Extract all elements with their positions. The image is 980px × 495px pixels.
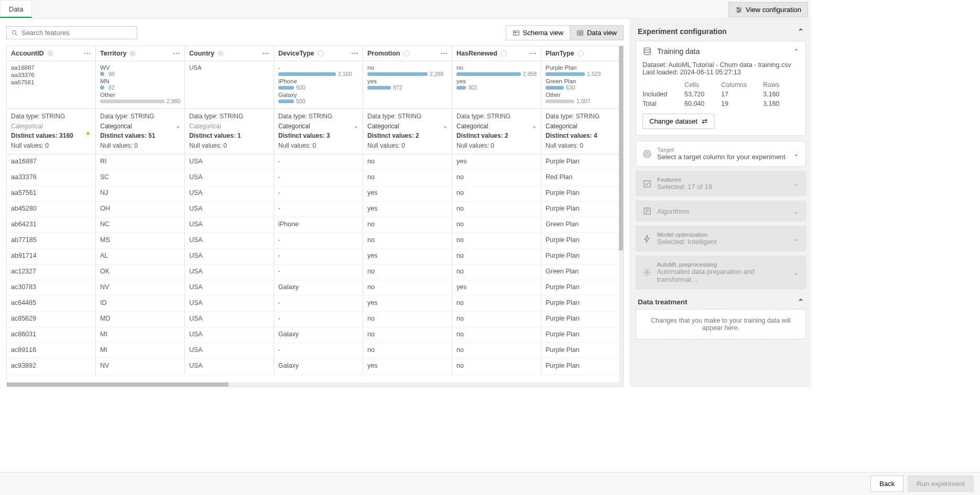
column-menu-icon[interactable]: ··· xyxy=(263,50,269,57)
data-cell[interactable]: no xyxy=(452,233,541,249)
view-configuration-button[interactable]: View configuration xyxy=(728,2,808,17)
data-cell[interactable]: ac89116 xyxy=(7,343,96,359)
column-header[interactable]: Country··· xyxy=(185,46,274,61)
data-cell[interactable]: USA xyxy=(185,202,274,217)
data-cell[interactable]: Purple Plan xyxy=(541,280,624,296)
data-cell[interactable]: iPhone xyxy=(274,217,363,233)
data-cell[interactable]: no xyxy=(452,217,541,233)
data-cell[interactable]: - xyxy=(274,186,363,202)
automl-preprocessing-card[interactable]: AutoML preprocessing Automated data prep… xyxy=(636,256,806,289)
data-cell[interactable]: - xyxy=(274,155,363,170)
data-cell[interactable]: Purple Plan xyxy=(541,233,624,249)
schema-view-button[interactable]: Schema view xyxy=(506,26,570,40)
treatment-select[interactable]: Categorical⌄ xyxy=(100,122,180,131)
data-cell[interactable]: no xyxy=(452,296,541,312)
data-cell[interactable]: Purple Plan xyxy=(541,327,624,343)
data-cell[interactable]: no xyxy=(452,359,541,375)
horizontal-scrollbar[interactable] xyxy=(7,382,623,387)
data-cell[interactable]: Galaxy xyxy=(274,280,363,296)
data-cell[interactable]: OH xyxy=(96,202,185,217)
data-cell[interactable]: - xyxy=(274,170,363,186)
target-card[interactable]: Target Select a target column for your e… xyxy=(636,141,806,167)
data-cell[interactable]: no xyxy=(363,343,452,359)
data-cell[interactable]: no xyxy=(452,312,541,327)
data-cell[interactable]: Purple Plan xyxy=(541,343,624,359)
treatment-select[interactable]: Categorical⌄ xyxy=(278,122,358,131)
data-cell[interactable]: NV xyxy=(96,280,185,296)
data-cell[interactable]: USA xyxy=(185,296,274,312)
data-cell[interactable]: USA xyxy=(185,359,274,375)
data-cell[interactable]: ac30783 xyxy=(7,280,96,296)
data-cell[interactable]: NV xyxy=(96,359,185,375)
data-cell[interactable]: no xyxy=(363,327,452,343)
data-cell[interactable]: no xyxy=(452,327,541,343)
data-cell[interactable]: USA xyxy=(185,327,274,343)
chevron-up-icon[interactable]: ⌃ xyxy=(798,27,804,36)
column-menu-icon[interactable]: ··· xyxy=(173,50,180,57)
data-cell[interactable]: yes xyxy=(452,280,541,296)
data-cell[interactable]: no xyxy=(363,155,452,170)
tab-data[interactable]: Data xyxy=(0,0,32,18)
data-cell[interactable]: - xyxy=(274,343,363,359)
data-cell[interactable]: ac64485 xyxy=(7,296,96,312)
data-cell[interactable]: - xyxy=(274,312,363,327)
data-cell[interactable]: ac93892 xyxy=(7,359,96,375)
data-cell[interactable]: NJ xyxy=(96,186,185,202)
data-cell[interactable]: MD xyxy=(96,312,185,327)
column-header[interactable]: DeviceType··· xyxy=(274,46,363,61)
data-cell[interactable]: Galaxy xyxy=(274,359,363,375)
features-card[interactable]: Features Selected: 17 of 19 ⌄ xyxy=(636,171,806,196)
data-cell[interactable]: yes xyxy=(363,296,452,312)
column-header[interactable]: HasRenewed··· xyxy=(452,46,541,61)
column-header[interactable]: PlanType··· xyxy=(541,46,624,61)
data-cell[interactable]: no xyxy=(452,249,541,265)
data-cell[interactable]: USA xyxy=(185,312,274,327)
data-cell[interactable]: no xyxy=(363,170,452,186)
data-cell[interactable]: - xyxy=(274,296,363,312)
data-cell[interactable]: Purple Plan xyxy=(541,296,624,312)
data-cell[interactable]: yes xyxy=(363,249,452,265)
data-cell[interactable]: USA xyxy=(185,343,274,359)
algorithms-card[interactable]: Algorithms ⌄ xyxy=(636,201,806,222)
data-cell[interactable]: no xyxy=(363,217,452,233)
data-cell[interactable]: aa33376 xyxy=(7,170,96,186)
data-cell[interactable]: Purple Plan xyxy=(541,155,624,170)
data-cell[interactable]: ID xyxy=(96,296,185,312)
data-cell[interactable]: ab45280 xyxy=(7,202,96,217)
data-cell[interactable]: no xyxy=(452,343,541,359)
data-cell[interactable]: no xyxy=(363,280,452,296)
data-cell[interactable]: MI xyxy=(96,327,185,343)
data-cell[interactable]: SC xyxy=(96,170,185,186)
data-cell[interactable]: ab64231 xyxy=(7,217,96,233)
training-data-section-header[interactable]: Training data ⌃ xyxy=(636,41,805,61)
data-cell[interactable]: Purple Plan xyxy=(541,186,624,202)
treatment-select[interactable]: Categorical⌄ xyxy=(456,122,537,131)
data-cell[interactable]: RI xyxy=(96,155,185,170)
data-cell[interactable]: ac12327 xyxy=(7,265,96,280)
data-cell[interactable]: USA xyxy=(185,217,274,233)
data-cell[interactable]: aa57561 xyxy=(7,186,96,202)
chevron-down-icon[interactable]: ⌄ xyxy=(443,122,448,130)
column-header[interactable]: Promotion··· xyxy=(363,46,452,61)
data-cell[interactable]: ab77185 xyxy=(7,233,96,249)
data-cell[interactable]: MI xyxy=(96,343,185,359)
data-cell[interactable]: no xyxy=(452,202,541,217)
data-cell[interactable]: no xyxy=(452,186,541,202)
data-cell[interactable]: ac85629 xyxy=(7,312,96,327)
data-cell[interactable]: - xyxy=(274,265,363,280)
data-cell[interactable]: NC xyxy=(96,217,185,233)
data-cell[interactable]: no xyxy=(363,265,452,280)
data-cell[interactable]: AL xyxy=(96,249,185,265)
data-cell[interactable]: yes xyxy=(452,155,541,170)
data-cell[interactable]: Purple Plan xyxy=(541,359,624,375)
data-cell[interactable]: - xyxy=(274,249,363,265)
data-cell[interactable]: Green Plan xyxy=(541,217,624,233)
data-cell[interactable]: ab91714 xyxy=(7,249,96,265)
data-cell[interactable]: OK xyxy=(96,265,185,280)
data-view-button[interactable]: Data view xyxy=(570,26,623,40)
data-cell[interactable]: - xyxy=(274,233,363,249)
data-cell[interactable]: yes xyxy=(363,186,452,202)
experiment-config-header[interactable]: Experiment configuration ⌃ xyxy=(636,24,806,41)
data-cell[interactable]: no xyxy=(363,233,452,249)
data-cell[interactable]: no xyxy=(452,170,541,186)
